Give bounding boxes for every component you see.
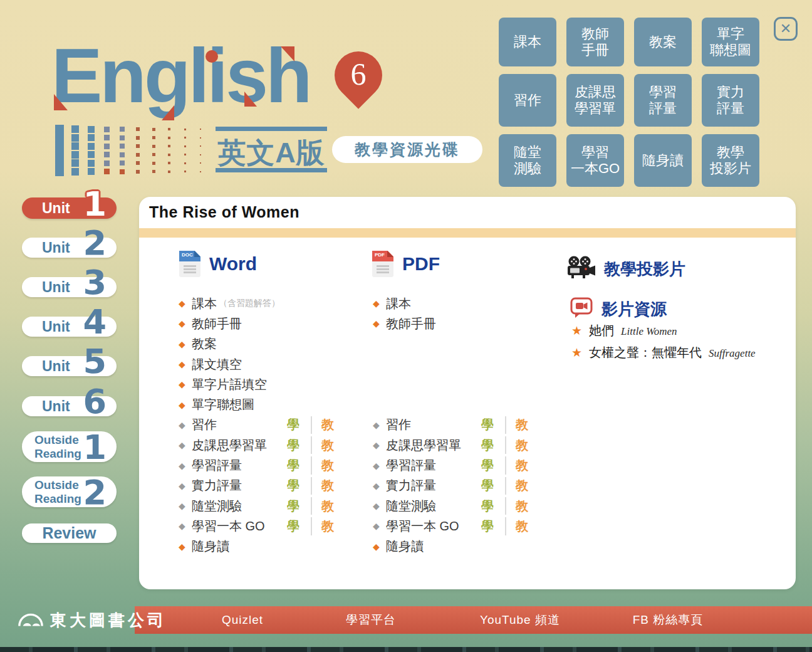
disc-title-pill: 教學資源光碟 (332, 136, 482, 163)
teach-button[interactable]: 教 (513, 437, 531, 454)
pdf-item: ◆實力評量學教 (373, 476, 545, 496)
word-item: ◆學習一本 GO學教 (179, 516, 351, 536)
teach-button[interactable]: 教 (513, 498, 531, 515)
pdf-item: ◆學習一本 GO學教 (373, 516, 545, 536)
word-item-label[interactable]: 單字聯想圖 (192, 396, 254, 413)
sidebar-item-unit-6[interactable]: Unit6 (22, 396, 117, 416)
action-divider (311, 436, 312, 454)
word-item: ◆隨身讀 (179, 537, 351, 557)
teach-button[interactable]: 教 (513, 518, 531, 535)
sidebar-item-unit-1[interactable]: Unit1 (22, 197, 117, 219)
projector-icon (566, 256, 595, 282)
learn-button[interactable]: 學 (284, 477, 303, 494)
menu-button-2[interactable]: 教師 手冊 (566, 18, 624, 66)
menu-button-1[interactable]: 課本 (499, 18, 556, 66)
learn-button[interactable]: 學 (478, 457, 497, 474)
learn-button[interactable]: 學 (478, 498, 497, 515)
sidebar-item-unit-5[interactable]: Unit5 (22, 356, 117, 376)
teach-button[interactable]: 教 (513, 477, 531, 494)
word-item-label[interactable]: 習作 (192, 416, 217, 433)
learn-button[interactable]: 學 (284, 498, 303, 515)
sidebar-item-unit-3[interactable]: Unit3 (22, 277, 117, 297)
diamond-bullet-icon: ◆ (179, 401, 192, 409)
logo-accent (244, 92, 257, 107)
footer-link-3[interactable]: YouTube 頻道 (480, 606, 560, 634)
publisher-arches-icon (18, 611, 44, 631)
sidebar-item-number: 6 (83, 388, 107, 416)
menu-button-12[interactable]: 教學 投影片 (702, 134, 759, 187)
learn-button[interactable]: 學 (478, 437, 497, 454)
word-item: ◆課本（含習題解答） (179, 293, 351, 313)
word-item-label[interactable]: 隨身讀 (192, 538, 229, 555)
pdf-item-label[interactable]: 學習一本 GO (386, 518, 459, 535)
sidebar-item-outside-reading-1[interactable]: Outside Reading1 (22, 431, 117, 462)
sidebar-item-label: Unit (42, 317, 70, 337)
word-item-label[interactable]: 課文填空 (192, 356, 242, 373)
doc-icon-line (184, 271, 196, 273)
teach-button[interactable]: 教 (318, 518, 337, 535)
sidebar-item-outside-reading-2[interactable]: Outside Reading2 (22, 476, 117, 507)
bottom-edge-strip (0, 647, 812, 652)
doc-icon-line (184, 268, 196, 270)
word-item: ◆單字片語填空 (179, 374, 351, 394)
menu-button-8[interactable]: 實力 評量 (702, 74, 759, 127)
pdf-icon-line (377, 265, 389, 267)
learn-button[interactable]: 學 (284, 518, 303, 535)
footer-link-4[interactable]: FB 粉絲專頁 (633, 606, 704, 634)
logo-i-dot-accent (206, 50, 218, 63)
word-item-label[interactable]: 學習評量 (192, 457, 242, 474)
menu-button-5[interactable]: 習作 (499, 74, 556, 127)
word-item-label[interactable]: 皮課思學習單 (192, 437, 267, 454)
word-item-label[interactable]: 單字片語填空 (192, 376, 267, 393)
menu-button-7[interactable]: 學習 評量 (634, 74, 692, 127)
word-item-label[interactable]: 教案 (192, 335, 217, 352)
pdf-item-label[interactable]: 實力評量 (386, 477, 436, 494)
diamond-bullet-icon: ◆ (373, 502, 386, 510)
word-item-label[interactable]: 教師手冊 (192, 315, 242, 332)
teach-button[interactable]: 教 (318, 437, 337, 454)
word-item-label[interactable]: 隨堂測驗 (192, 498, 242, 515)
menu-button-6[interactable]: 皮課思 學習單 (566, 74, 624, 127)
pdf-item-label[interactable]: 教師手冊 (386, 315, 436, 332)
sidebar-item-unit-4[interactable]: Unit4 (22, 317, 117, 337)
pdf-item-label[interactable]: 習作 (386, 416, 411, 433)
menu-button-9[interactable]: 隨堂 測驗 (499, 134, 556, 187)
menu-button-3[interactable]: 教案 (634, 18, 692, 66)
footer-link-2[interactable]: 學習平台 (346, 606, 396, 634)
close-button[interactable]: ✕ (774, 17, 798, 41)
word-resource-list: ◆課本（含習題解答）◆教師手冊◆教案◆課文填空◆單字片語填空◆單字聯想圖◆習作學… (179, 293, 351, 557)
teach-button[interactable]: 教 (318, 457, 337, 474)
pdf-item-label[interactable]: 隨堂測驗 (386, 498, 436, 515)
level-badge-pin: 6 (325, 41, 392, 108)
sidebar-item-label: Outside Reading (34, 431, 81, 462)
teach-button[interactable]: 教 (513, 457, 531, 474)
sidebar-item-unit-2[interactable]: Unit2 (22, 238, 117, 258)
menu-button-11[interactable]: 隨身讀 (634, 134, 692, 187)
video-item[interactable]: ★女權之聲：無懼年代Suffragette (571, 344, 756, 366)
action-divider (505, 517, 506, 535)
learn-button[interactable]: 學 (284, 416, 303, 433)
menu-button-10[interactable]: 學習 一本GO (566, 134, 624, 187)
word-item-label[interactable]: 課本 (192, 295, 217, 312)
sidebar-item-review[interactable]: Review (22, 523, 117, 543)
pdf-item-label[interactable]: 學習評量 (386, 457, 436, 474)
learn-button[interactable]: 學 (284, 457, 303, 474)
word-item-label[interactable]: 實力評量 (192, 477, 242, 494)
pdf-item-label[interactable]: 隨身讀 (386, 538, 424, 555)
teach-button[interactable]: 教 (318, 498, 337, 515)
pdf-item-label[interactable]: 課本 (386, 295, 411, 312)
diamond-bullet-icon: ◆ (373, 421, 386, 429)
teach-button[interactable]: 教 (318, 477, 337, 494)
teach-button[interactable]: 教 (318, 416, 337, 433)
learn-button[interactable]: 學 (478, 477, 497, 494)
video-item[interactable]: ★她們Little Women (571, 322, 756, 344)
learn-button[interactable]: 學 (478, 518, 497, 535)
footer-link-1[interactable]: Quizlet (222, 606, 263, 634)
pdf-item-label[interactable]: 皮課思學習單 (386, 437, 461, 454)
menu-button-4[interactable]: 單字 聯想圖 (702, 18, 759, 66)
word-item: ◆實力評量學教 (179, 476, 351, 496)
teach-button[interactable]: 教 (513, 416, 531, 433)
learn-button[interactable]: 學 (478, 416, 497, 433)
learn-button[interactable]: 學 (284, 437, 303, 454)
word-item-label[interactable]: 學習一本 GO (192, 518, 265, 535)
